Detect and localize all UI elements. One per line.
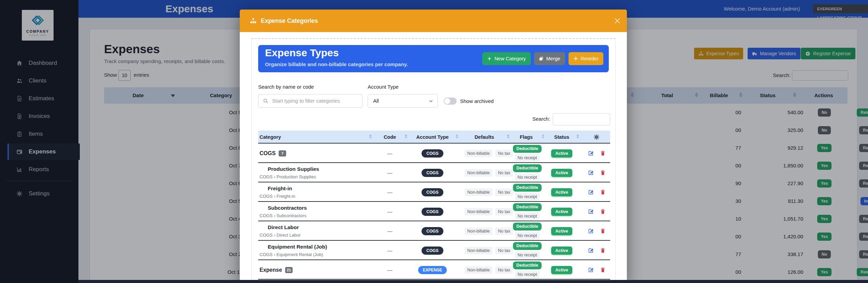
search-icon: [263, 98, 268, 104]
col-flags[interactable]: Flags: [513, 131, 540, 144]
deductible-badge: Deductible: [513, 262, 542, 269]
delete-icon[interactable]: [600, 209, 606, 214]
deductible-badge: Deductible: [513, 145, 542, 153]
account-type-cell: COGS: [412, 221, 453, 241]
category-name: Production Supplies: [268, 165, 319, 173]
account-type-badge: COGS: [422, 169, 443, 177]
no-receipt-badge: No receipt: [515, 174, 540, 181]
edit-icon[interactable]: [588, 150, 594, 156]
active-badge: Active: [551, 266, 572, 274]
new-category-button[interactable]: New Category: [482, 52, 531, 65]
col-defaults[interactable]: Defaults: [467, 131, 501, 144]
account-type-badge: COGS: [422, 208, 443, 216]
account-type-value: All: [373, 94, 379, 107]
category-breadcrumb: COGS › Freight-in: [260, 194, 295, 199]
status-cell: Active: [548, 202, 575, 221]
edit-icon[interactable]: [588, 267, 594, 273]
banner-title: Expense Types: [265, 47, 339, 59]
account-type-badge: COGS: [422, 227, 443, 235]
default-badge: Non-billable: [465, 227, 492, 235]
account-type-cell: COGS: [412, 182, 453, 202]
account-type-cell: COGS: [412, 144, 453, 163]
delete-icon[interactable]: [600, 170, 606, 176]
edit-icon[interactable]: [588, 209, 594, 214]
account-type-cell: COGS: [412, 241, 453, 260]
category-name-text: Expense: [260, 267, 282, 273]
reorder-button[interactable]: Reorder: [569, 52, 603, 65]
flags-sort-icon[interactable]: [542, 134, 544, 138]
delete-icon[interactable]: [600, 248, 606, 253]
defaults-cell: Non-billableNo tax: [461, 202, 516, 221]
show-archived-toggle[interactable]: [444, 98, 457, 105]
no-receipt-badge: No receipt: [515, 251, 540, 259]
col-category[interactable]: Category: [260, 131, 281, 144]
modal-title: Expense Categories: [261, 10, 318, 32]
code-sort-icon[interactable]: [404, 134, 407, 138]
defaults-cell: Non-billableNo tax: [461, 241, 516, 260]
delete-icon[interactable]: [600, 189, 606, 195]
category-name: Freight-in: [268, 185, 292, 192]
deductible-badge: Deductible: [513, 242, 542, 250]
default-badge: No tax: [495, 189, 513, 196]
delete-icon[interactable]: [600, 267, 606, 273]
category-sort-icon[interactable]: [369, 134, 372, 138]
modal-search-input[interactable]: [553, 113, 610, 125]
expense-categories-modal: Expense Categories Expense Types Organiz…: [240, 10, 627, 283]
defaults-cell: Non-billableNo tax: [461, 182, 516, 202]
defaults-cell: Non-billableNo tax: [461, 260, 516, 280]
default-badge: No tax: [495, 247, 513, 254]
default-badge: Non-billable: [465, 189, 492, 196]
delete-icon[interactable]: [600, 150, 606, 156]
default-badge: Non-billable: [465, 266, 492, 274]
no-receipt-badge: No receipt: [515, 212, 540, 220]
default-badge: Non-billable: [465, 247, 492, 254]
edit-icon[interactable]: [588, 170, 594, 176]
edit-icon[interactable]: [588, 189, 594, 195]
account-type-cell: EXPENSE: [412, 260, 453, 280]
default-badge: No tax: [495, 150, 513, 157]
show-archived-label: Show archived: [460, 98, 494, 104]
merge-button[interactable]: Merge: [534, 52, 565, 65]
delete-icon[interactable]: [600, 228, 606, 234]
no-receipt-badge: No receipt: [515, 271, 540, 278]
edit-icon[interactable]: [588, 248, 594, 253]
col-account-type[interactable]: Account Type: [412, 131, 453, 144]
active-badge: Active: [551, 169, 572, 177]
status-cell: Active: [548, 163, 575, 182]
flags-cell: DeductibleNo receipt: [513, 260, 542, 280]
flags-cell: DeductibleNo receipt: [513, 202, 542, 221]
screen: COMPANY SLOGAN HERE DashboardClientsEsti…: [0, 0, 868, 283]
flags-cell: DeductibleNo receipt: [513, 241, 542, 260]
account-type-badge: COGS: [422, 247, 443, 255]
merge-label: Merge: [546, 56, 560, 61]
deductible-badge: Deductible: [513, 223, 542, 230]
flags-cell: DeductibleNo receipt: [513, 163, 542, 182]
category-name-text: Production Supplies: [268, 166, 319, 172]
defaults-sort-icon[interactable]: [507, 134, 510, 138]
account-type-label: Account Type: [368, 84, 399, 90]
category-code: —: [380, 144, 400, 163]
col-code[interactable]: Code: [376, 131, 403, 144]
col-status[interactable]: Status: [548, 131, 575, 144]
account-type-select[interactable]: All: [368, 94, 438, 108]
new-category-label: New Category: [495, 56, 526, 61]
active-badge: Active: [551, 208, 572, 216]
flags-cell: DeductibleNo receipt: [513, 221, 542, 241]
merge-icon: [539, 56, 544, 61]
category-row: Expense21—EXPENSENon-billableNo taxDeduc…: [258, 260, 610, 280]
status-sort-icon[interactable]: [576, 134, 579, 138]
category-search-input[interactable]: Start typing to filter categories: [258, 94, 363, 108]
close-icon[interactable]: [614, 17, 621, 24]
edit-icon[interactable]: [588, 228, 594, 234]
account-type-sort-icon[interactable]: [456, 134, 458, 138]
gear-icon[interactable]: [593, 134, 600, 140]
chevron-down-icon: [429, 99, 433, 103]
category-row: SubcontractorsCOGS › Subcontractors—COGS…: [258, 202, 610, 221]
default-badge: No tax: [495, 169, 513, 177]
category-name: Expense21: [260, 260, 293, 280]
category-code: —: [380, 260, 400, 280]
category-row: COGS7—COGSNon-billableNo taxDeductibleNo…: [258, 144, 610, 163]
account-type-cell: COGS: [412, 202, 453, 221]
category-breadcrumb: COGS › Production Supplies: [260, 174, 316, 179]
account-type-badge: COGS: [422, 188, 443, 196]
